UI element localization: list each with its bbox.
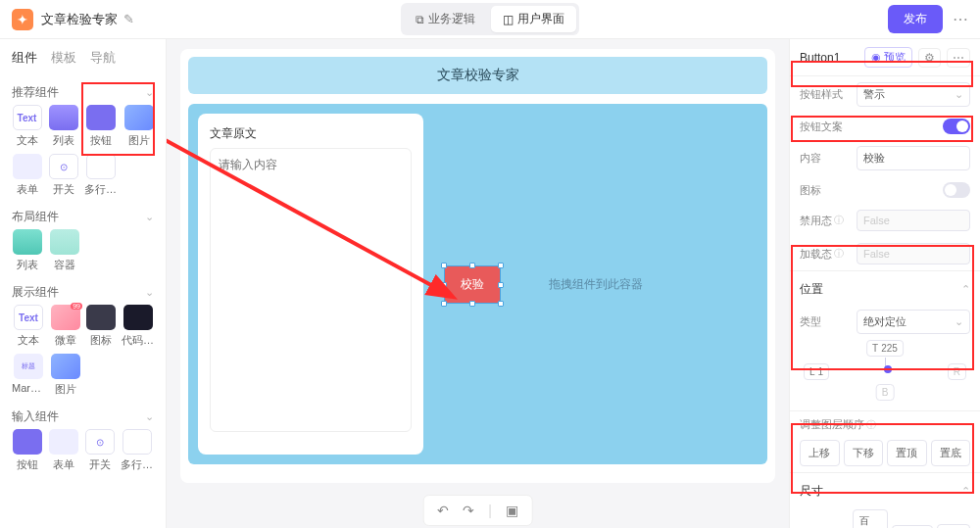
lp-tab-templates[interactable]: 模板 bbox=[51, 49, 76, 67]
pos-left-input[interactable]: L1 bbox=[804, 363, 829, 380]
undo-icon[interactable]: ↶ bbox=[437, 503, 449, 518]
edit-title-icon[interactable]: ✎ bbox=[123, 12, 134, 26]
comp-form[interactable]: 表单 bbox=[12, 154, 42, 197]
app-logo-icon: ✦ bbox=[12, 9, 33, 30]
sec-recommended: 推荐组件 bbox=[12, 84, 59, 101]
pos-type-label: 类型 bbox=[800, 314, 849, 329]
comp-text2[interactable]: Text文本 bbox=[12, 305, 45, 348]
comp-code[interactable]: 代码展... bbox=[122, 305, 155, 348]
preview-button[interactable]: ◉预览 bbox=[864, 47, 912, 68]
zorder-bottom[interactable]: 置底 bbox=[931, 440, 971, 466]
ellipsis-icon[interactable]: ⋯ bbox=[947, 48, 970, 68]
comp-switch2[interactable]: ⊙开关 bbox=[84, 429, 115, 472]
loading-label: 加载态ⓘ bbox=[800, 247, 849, 262]
comp-button2[interactable]: 按钮 bbox=[12, 429, 42, 472]
zorder-top[interactable]: 置顶 bbox=[887, 440, 927, 466]
comp-image2[interactable]: 图片 bbox=[51, 354, 80, 397]
icon-toggle[interactable] bbox=[943, 182, 970, 198]
card-title: 文章原文 bbox=[210, 125, 412, 142]
zorder-label: 调整图层顺序ⓘ bbox=[800, 417, 876, 432]
content-label: 内容 bbox=[800, 151, 849, 166]
more-menu-icon[interactable]: ⋯ bbox=[953, 10, 968, 28]
pos-top-input[interactable]: T225 bbox=[866, 340, 904, 357]
lp-tab-nav[interactable]: 导航 bbox=[90, 49, 116, 67]
top-bar: ✦ 文章检验专家 ✎ ⧉业务逻辑 ◫用户界面 发布 ⋯ bbox=[0, 0, 980, 39]
collapse-icon[interactable]: ⌃ bbox=[961, 485, 970, 498]
content-input[interactable]: 校验 bbox=[857, 146, 970, 170]
comp-text[interactable]: Text文本 bbox=[12, 105, 42, 148]
settings-icon[interactable]: ⚙ bbox=[918, 48, 941, 68]
left-tabs: 组件 模板 导航 bbox=[0, 39, 166, 74]
preview-toggle-icon[interactable]: ▣ bbox=[506, 503, 518, 518]
comp-multiline2[interactable]: 多行输... bbox=[121, 429, 154, 472]
article-textarea[interactable] bbox=[210, 148, 412, 432]
style-label: 按钮样式 bbox=[800, 87, 849, 102]
right-panel: Button1 ◉预览 ⚙ ⋯ 按钮样式 警示⌄ 按钮文案 内容 校验 图标 禁… bbox=[789, 39, 980, 528]
text-toggle-label: 按钮文案 bbox=[800, 120, 849, 134]
comp-badge[interactable]: 微章 bbox=[51, 305, 80, 348]
comp-list2[interactable]: 列表 bbox=[12, 229, 43, 272]
comp-switch[interactable]: ⊙开关 bbox=[48, 154, 78, 197]
selected-element-title: Button1 bbox=[800, 51, 864, 65]
comp-icon[interactable]: 图标 bbox=[86, 305, 116, 348]
sec-layout: 布局组件 bbox=[12, 209, 59, 225]
article-card[interactable]: 文章原文 bbox=[198, 114, 423, 455]
sec-input: 输入组件 bbox=[12, 408, 59, 425]
comp-form2[interactable]: 表单 bbox=[48, 429, 78, 472]
sec-display: 展示组件 bbox=[12, 284, 59, 301]
chevron-down-icon[interactable]: ⌄ bbox=[145, 211, 154, 223]
lp-tab-components[interactable]: 组件 bbox=[12, 49, 37, 67]
loading-input[interactable]: False bbox=[857, 243, 970, 264]
pos-bottom-input[interactable]: B bbox=[876, 384, 895, 401]
zorder-down[interactable]: 下移 bbox=[844, 440, 884, 466]
mode-tabs: ⧉业务逻辑 ◫用户界面 bbox=[401, 3, 579, 35]
drop-zone[interactable]: 拖拽组件到此容器 校验 bbox=[433, 114, 758, 455]
drop-hint: 拖拽组件到此容器 bbox=[549, 276, 643, 293]
comp-image[interactable]: 图片 bbox=[123, 105, 154, 148]
comp-multiline[interactable]: 多行输... bbox=[84, 154, 118, 197]
zorder-up[interactable]: 上移 bbox=[800, 440, 840, 466]
comp-container[interactable]: 容器 bbox=[49, 229, 80, 272]
width-mode[interactable]: 百分比⌄ bbox=[853, 509, 888, 528]
width-unit[interactable]: %⌄ bbox=[937, 524, 970, 529]
comp-markdown[interactable]: 标题Markd... bbox=[12, 354, 45, 397]
app-title: 文章检验专家 bbox=[41, 11, 118, 28]
validate-button[interactable]: 校验 bbox=[444, 265, 501, 304]
tab-logic[interactable]: ⧉业务逻辑 bbox=[404, 6, 487, 32]
left-panel: 组件 模板 导航 推荐组件⌄ Text文本 列表 按钮 图片 表单 ⊙开关 多行… bbox=[0, 39, 167, 528]
position-title: 位置 bbox=[800, 281, 823, 298]
size-title: 尺寸 bbox=[800, 483, 823, 500]
collapse-icon[interactable]: ⌃ bbox=[961, 283, 970, 296]
canvas[interactable]: 文章校验专家 文章原文 拖拽组件到此容器 校验 bbox=[180, 49, 775, 483]
icon-label: 图标 bbox=[800, 183, 849, 198]
comp-list[interactable]: 列表 bbox=[48, 105, 78, 148]
publish-button[interactable]: 发布 bbox=[888, 5, 943, 33]
pos-right-input[interactable]: R bbox=[948, 363, 966, 380]
chevron-down-icon[interactable]: ⌄ bbox=[145, 286, 154, 299]
comp-button[interactable]: 按钮 bbox=[84, 105, 118, 148]
chevron-down-icon[interactable]: ⌄ bbox=[145, 86, 154, 99]
canvas-toolbar: ↶ ↷ | ▣ bbox=[422, 495, 533, 526]
page-header[interactable]: 文章校验专家 bbox=[188, 57, 767, 94]
disabled-label: 禁用态ⓘ bbox=[800, 214, 849, 228]
chevron-down-icon[interactable]: ⌄ bbox=[145, 410, 154, 423]
width-value[interactable]: 100 bbox=[892, 525, 933, 529]
style-select[interactable]: 警示⌄ bbox=[857, 82, 970, 107]
pos-type-select[interactable]: 绝对定位⌄ bbox=[857, 310, 970, 334]
page-body[interactable]: 文章原文 拖拽组件到此容器 校验 bbox=[188, 104, 767, 464]
tab-ui[interactable]: ◫用户界面 bbox=[491, 6, 576, 32]
position-editor[interactable]: T225 L1 R B bbox=[804, 340, 966, 401]
disabled-input[interactable]: False bbox=[857, 210, 970, 231]
redo-icon[interactable]: ↷ bbox=[463, 503, 474, 518]
text-toggle[interactable] bbox=[943, 119, 970, 134]
canvas-area: 文章校验专家 文章原文 拖拽组件到此容器 校验 ↶ bbox=[167, 39, 789, 528]
